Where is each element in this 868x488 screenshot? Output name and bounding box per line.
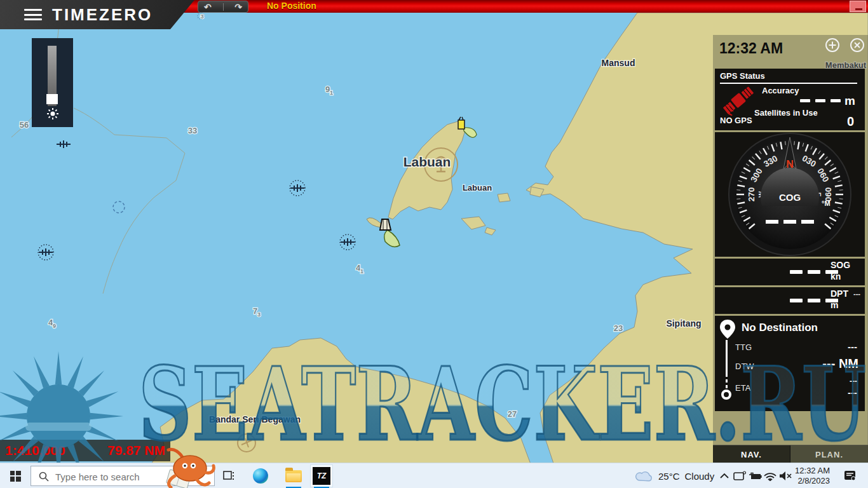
app-logo: TIMEZERO (52, 5, 153, 25)
notification-icon (844, 470, 857, 482)
close-panel-icon[interactable] (850, 37, 865, 53)
tray-expand-button[interactable] (717, 468, 732, 484)
satellites-value: 0 (847, 114, 854, 129)
svg-text:56: 56 (20, 120, 29, 130)
folder-icon (285, 470, 302, 482)
ttg-label: TTG (735, 342, 752, 352)
dpt-label: DPT (831, 288, 848, 299)
sog-box[interactable]: SOG kn (715, 259, 865, 285)
dpt-unit: m (831, 300, 838, 310)
ttg-value: --- (848, 341, 857, 352)
action-center-button[interactable] (843, 468, 858, 484)
cog-unit: °M (822, 200, 831, 207)
satellites-label: Satellites in Use (754, 108, 818, 118)
clock-time: 12:32 AM (788, 466, 830, 476)
battery-icon (748, 472, 762, 480)
undo-redo-group: ↶ ↷ (198, 1, 248, 13)
accuracy-unit: m (844, 94, 855, 108)
taskbar-clock[interactable]: 12:32 AM 2/8/2023 (788, 466, 830, 486)
route-end-ring (721, 390, 731, 400)
svg-text:3: 3 (200, 13, 203, 20)
brightness-icon[interactable] (46, 107, 60, 121)
svg-text:27: 27 (508, 409, 517, 419)
tab-plan[interactable]: PLAN. (790, 445, 868, 463)
edge-browser-button[interactable] (248, 463, 273, 488)
tray-battery-button[interactable] (747, 468, 763, 484)
edge-icon (253, 468, 268, 484)
taskbar-search[interactable] (31, 466, 215, 486)
app-header: TIMEZERO (0, 0, 194, 29)
dpt-aux-value: --- (853, 290, 860, 297)
scale-ratio: 1:410,000 (5, 443, 65, 458)
chevron-up-icon (720, 473, 729, 479)
cog-compass-box[interactable]: 270 300 330 0 030 060 090 W E N COG °M (715, 132, 865, 257)
navdata-panel: 12:32 AM GPS Status (713, 35, 868, 463)
scale-distance: 79.87 NM (107, 443, 165, 458)
dtw-value: --- NM (822, 356, 858, 371)
map-label-mansud: Mansud (602, 58, 635, 68)
tab-nav[interactable]: NAV. (713, 445, 790, 463)
dtw-label: DTW (735, 362, 754, 371)
map-label-labuan-minor: Labuan (463, 183, 492, 193)
taskbar-weather[interactable]: 25°C Cloudy (635, 463, 714, 488)
eta-value-time: --- (848, 387, 857, 398)
tz-app-icon: TZ (313, 467, 330, 485)
divider (223, 3, 224, 11)
eta-value-date: --- (850, 377, 857, 386)
svg-text:33: 33 (188, 126, 197, 135)
wifi-icon (764, 471, 776, 481)
add-navdata-icon[interactable] (825, 37, 840, 53)
search-input[interactable] (54, 468, 209, 485)
accuracy-value-dashes (800, 99, 841, 102)
divider (720, 83, 857, 84)
map-label-bandar: Bandar Seri Begawan (209, 414, 301, 424)
gps-satellite-icon (721, 85, 756, 116)
route-line-dashed (726, 379, 728, 388)
monitor-icon (733, 471, 746, 481)
cog-label: COG (779, 192, 801, 203)
destination-title: No Destination (742, 322, 818, 334)
alarm-status-text: No Position (267, 1, 316, 11)
destination-pin-icon (719, 318, 736, 340)
weather-condition: Cloudy (685, 471, 715, 482)
search-icon (39, 471, 49, 482)
zoom-slider-panel (32, 38, 73, 127)
windows-taskbar: TZ 25°C Cloudy (0, 463, 868, 488)
gps-status-title: GPS Status (720, 71, 765, 81)
islet (498, 193, 510, 202)
clock-date: 2/8/2023 (788, 476, 830, 486)
gps-status-box[interactable]: GPS Status NO GPS Accuracy m Satellites … (715, 69, 865, 130)
sog-unit: kn (831, 271, 841, 281)
minimize-icon (855, 8, 862, 10)
dpt-box[interactable]: DPT --- m (715, 287, 865, 314)
svg-text:270: 270 (747, 187, 756, 202)
minimize-button[interactable] (850, 1, 866, 12)
map-label-labuan-major: Labuan (403, 154, 451, 169)
route-line (726, 340, 728, 377)
menu-icon[interactable] (24, 9, 42, 20)
file-explorer-button[interactable] (281, 463, 306, 488)
svg-text:23: 23 (614, 323, 623, 333)
redo-icon[interactable]: ↷ (234, 2, 242, 12)
eta-label: ETA (735, 383, 750, 393)
cloud-icon (635, 470, 653, 482)
zoom-slider-thumb[interactable] (46, 94, 58, 104)
map-label-sipitang: Sipitang (666, 318, 701, 329)
chart-scale-bar: 1:410,000 79.87 NM (0, 440, 170, 461)
timezero-app-button[interactable]: TZ (310, 464, 333, 487)
cog-value-dashes (766, 220, 814, 224)
task-view-button[interactable] (216, 463, 241, 488)
sog-label: SOG (831, 260, 850, 270)
undo-icon[interactable]: ↶ (204, 2, 212, 12)
tray-device-button[interactable] (732, 468, 747, 484)
navdata-clock: 12:32 AM (719, 40, 783, 57)
destination-box[interactable]: No Destination TTG --- DTW --- NM ETA --… (715, 316, 865, 411)
start-button[interactable] (3, 463, 28, 488)
panel-tabs: NAV. PLAN. (713, 445, 868, 463)
weather-temp: 25°C (658, 471, 680, 482)
timezero-app-window: 3 56 91 33 41 73 49 23 27 Mansud Labuan … (0, 0, 868, 488)
accuracy-label: Accuracy (762, 86, 799, 95)
tray-network-button[interactable] (763, 468, 778, 484)
windows-logo-icon (10, 471, 21, 482)
task-view-icon (223, 470, 234, 482)
